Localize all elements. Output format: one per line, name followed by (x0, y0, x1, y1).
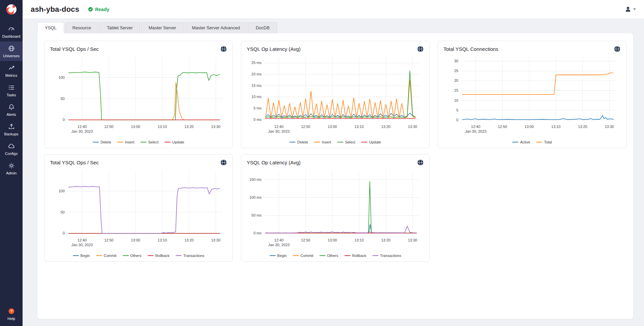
legend-item-transactions[interactable]: Transactions (176, 254, 205, 258)
sidebar-item-backups[interactable]: Backups (0, 120, 23, 139)
universe-icon[interactable] (220, 159, 227, 166)
svg-text:0: 0 (63, 231, 65, 235)
svg-text:50 ms: 50 ms (251, 213, 262, 217)
legend-item-commit[interactable]: Commit (293, 254, 313, 258)
sidebar-item-label: Admin (6, 171, 17, 175)
tab-tablet-server[interactable]: Tablet Server (99, 22, 140, 33)
tab-master-server-advanced[interactable]: Master Server Advanced (185, 22, 247, 33)
yugabyte-logo[interactable] (0, 0, 23, 19)
tab-ysql[interactable]: YSQL (37, 22, 64, 33)
universe-icon[interactable] (220, 45, 227, 53)
svg-text:12:40: 12:40 (274, 238, 284, 242)
chart-panel: YSQL Op Latency (Avg)0 ms50 ms100 ms150 … (241, 154, 430, 262)
chart-plot[interactable]: 0 ms50 ms100 ms150 ms12:4012:5013:0013:1… (247, 167, 424, 252)
sidebar-item-alerts[interactable]: Alerts (0, 100, 23, 120)
svg-text:0: 0 (63, 118, 65, 122)
svg-text:13:30: 13:30 (605, 125, 614, 129)
legend-item-begin[interactable]: Begin (73, 254, 90, 258)
legend-item-begin[interactable]: Begin (270, 254, 287, 258)
legend-item-commit[interactable]: Commit (96, 254, 117, 258)
chart-legend: DeleteInsertSelectUpdate (247, 139, 424, 145)
chart-plot[interactable]: 05010012:4012:5013:0013:1013:2013:30Jan … (50, 167, 227, 252)
chart-plot[interactable]: 0 ms5 ms10 ms15 ms20 ms25 ms12:4012:5013… (247, 54, 424, 139)
svg-text:20 ms: 20 ms (251, 72, 262, 76)
svg-text:13:20: 13:20 (578, 125, 587, 129)
sidebar-item-dashboard[interactable]: Dashboard (0, 22, 23, 41)
sidebar-item-configs[interactable]: Configs (0, 139, 23, 159)
tab-docdb[interactable]: DocDB (248, 22, 277, 33)
universe-icon[interactable] (417, 45, 424, 53)
main-content: YSQLResourceTablet ServerMaster ServerMa… (23, 19, 644, 326)
chevron-down-icon (633, 8, 636, 10)
tab-resource[interactable]: Resource (65, 22, 99, 33)
legend-item-insert[interactable]: Insert (117, 140, 134, 144)
status-badge: Ready (88, 7, 109, 12)
help-icon: ? (8, 307, 15, 315)
universe-icon[interactable] (614, 45, 621, 53)
legend-item-active[interactable]: Active (512, 140, 530, 144)
chart-plot[interactable]: 05010012:4012:5013:0013:1013:2013:30Jan … (50, 54, 227, 139)
tab-bar: YSQLResourceTablet ServerMaster ServerMa… (23, 19, 644, 33)
user-menu[interactable] (624, 6, 636, 13)
legend-item-rollback[interactable]: Rollback (344, 254, 366, 258)
chart-panel: Total YSQL Connections05101520253012:401… (438, 41, 626, 148)
legend-item-update[interactable]: Update (164, 140, 184, 144)
svg-text:150 ms: 150 ms (249, 177, 262, 182)
svg-text:13:10: 13:10 (158, 238, 167, 242)
svg-text:0 ms: 0 ms (253, 231, 262, 235)
legend-item-total[interactable]: Total (536, 140, 552, 144)
legend-item-delete[interactable]: Delete (289, 140, 308, 144)
svg-text:13:10: 13:10 (551, 125, 561, 129)
sidebar-item-tasks[interactable]: Tasks (0, 80, 23, 100)
chart-panel: Total YSQL Ops / Sec05010012:4012:5013:0… (44, 41, 233, 148)
legend-swatch (73, 255, 79, 256)
legend-item-insert[interactable]: Insert (314, 140, 331, 144)
chart-plot[interactable]: 05101520253012:4012:5013:0013:1013:2013:… (443, 54, 621, 139)
dashboard-icon (8, 25, 15, 33)
tasks-list-icon (8, 84, 15, 91)
sidebar-item-admin[interactable]: Admin (0, 159, 23, 178)
legend-item-update[interactable]: Update (361, 140, 381, 144)
legend-item-others[interactable]: Others (319, 254, 338, 258)
status-text: Ready (95, 7, 109, 12)
legend-item-select[interactable]: Select (337, 140, 356, 144)
svg-text:Jan 30, 2023: Jan 30, 2023 (71, 243, 93, 247)
sidebar-item-metrics[interactable]: Metrics (0, 61, 23, 80)
universe-icon[interactable] (417, 159, 424, 166)
header: ash-yba-docs Ready (23, 0, 644, 19)
page-title: ash-yba-docs (31, 5, 79, 14)
svg-text:15: 15 (454, 88, 458, 92)
svg-text:13:00: 13:00 (131, 125, 140, 129)
svg-text:20: 20 (454, 78, 458, 83)
svg-text:10 ms: 10 ms (251, 95, 262, 99)
sidebar-item-help[interactable]: ? Help (0, 307, 23, 321)
tab-master-server[interactable]: Master Server (141, 22, 184, 33)
legend-item-select[interactable]: Select (141, 140, 159, 144)
sidebar-item-label: Universes (3, 54, 20, 58)
svg-text:13:20: 13:20 (381, 238, 391, 242)
legend-swatch (176, 255, 182, 256)
svg-text:0 ms: 0 ms (253, 118, 262, 122)
chart-legend: ActiveTotal (443, 139, 621, 145)
svg-text:25 ms: 25 ms (251, 61, 262, 65)
svg-text:Jan 30, 2023: Jan 30, 2023 (465, 129, 487, 133)
svg-text:50: 50 (61, 210, 65, 214)
sidebar-item-label: Alerts (6, 112, 16, 117)
legend-item-others[interactable]: Others (123, 254, 142, 258)
legend-item-rollback[interactable]: Rollback (148, 254, 170, 258)
legend-swatch (148, 255, 154, 256)
svg-text:50: 50 (61, 97, 65, 101)
legend-swatch (123, 255, 129, 256)
sidebar-item-universes[interactable]: Universes (0, 41, 23, 61)
svg-text:100 ms: 100 ms (249, 195, 262, 199)
yugabyte-logo-icon (5, 3, 18, 16)
legend-swatch (93, 142, 99, 142)
configs-cloud-icon (8, 142, 15, 150)
legend-item-transactions[interactable]: Transactions (372, 254, 401, 258)
legend-swatch (372, 255, 378, 256)
legend-item-delete[interactable]: Delete (93, 140, 111, 144)
svg-text:?: ? (10, 309, 12, 313)
svg-text:Jan 30, 2023: Jan 30, 2023 (268, 243, 290, 247)
chart-legend: DeleteInsertSelectUpdate (50, 139, 227, 145)
svg-text:25: 25 (454, 69, 458, 73)
